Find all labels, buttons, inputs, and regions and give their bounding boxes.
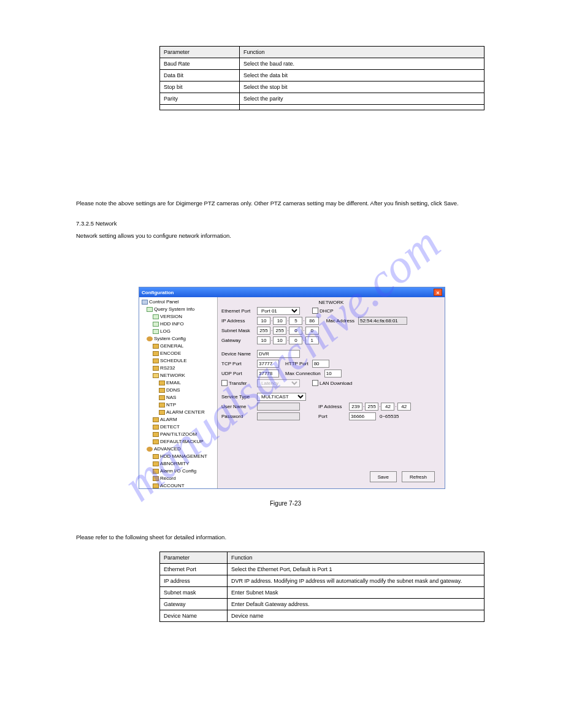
tree-encode[interactable]: ENCODE	[142, 350, 216, 357]
t2-r2c1: IP address	[160, 575, 228, 587]
t2-r1c2: Select the Ethernet Port, Default is Por…	[228, 564, 484, 575]
tree-alarmio[interactable]: Alarm I/O Config	[142, 468, 216, 475]
folder-open-icon	[153, 373, 159, 378]
folder-icon	[153, 344, 159, 349]
t1-r3c2: Select the stop bit	[240, 82, 484, 93]
t1-r2c2: Select the data bit	[240, 70, 484, 82]
right-port-label: Port	[318, 414, 349, 419]
folder-icon	[153, 417, 159, 422]
t2-r4c2: Enter Default Gateway address.	[228, 599, 484, 610]
tree-schedule[interactable]: SCHEDULE	[142, 357, 216, 365]
ip-input[interactable]: . . .	[257, 317, 319, 325]
max-conn-field[interactable]	[324, 370, 342, 377]
tree-log[interactable]: LOG	[142, 328, 216, 335]
port-range-text: 0~65535	[380, 414, 399, 419]
folder-icon	[153, 476, 159, 481]
refresh-button[interactable]: Refresh	[402, 471, 435, 482]
mac-label: Mac Address	[326, 318, 354, 324]
http-port-field[interactable]	[312, 360, 329, 368]
tree-account[interactable]: ACCOUNT	[142, 482, 216, 488]
subnet-input[interactable]: . . .	[257, 327, 319, 335]
note-text: Please note the above settings are for D…	[76, 199, 475, 207]
close-icon[interactable]: ×	[434, 289, 442, 296]
gateway-input[interactable]: . . .	[257, 336, 319, 344]
folder-icon	[153, 483, 159, 488]
tree-ddns[interactable]: DDNS	[142, 387, 216, 394]
tree-network[interactable]: NETWORK	[142, 372, 216, 379]
tree-advanced[interactable]: ADVANCED	[142, 446, 216, 453]
tree-detect[interactable]: DETECT	[142, 423, 216, 431]
doc-icon	[153, 314, 159, 319]
tree-hddinfo[interactable]: HDD INFO	[142, 320, 216, 328]
folder-icon	[153, 432, 159, 437]
network-panel: NETWORK Ethernet Port Port 01 DHCP IP Ad…	[218, 297, 445, 488]
dhcp-checkbox[interactable]	[312, 308, 318, 314]
folder-icon	[153, 454, 159, 459]
tree-ntp[interactable]: NTP	[142, 401, 216, 409]
device-name-field[interactable]	[257, 350, 300, 358]
subnet-label: Subnet Mask	[221, 328, 257, 333]
section-desc: Network setting allows you to configure …	[76, 232, 231, 240]
t1-r1c1: Baud Rate	[160, 58, 240, 70]
tree-default[interactable]: DEFAULT/BACKUP	[142, 438, 216, 446]
folder-icon	[153, 425, 159, 430]
tree-query[interactable]: Query System Info	[142, 306, 216, 313]
http-port-label: HTTP Port	[285, 361, 308, 366]
tree-sysconfig[interactable]: System Config	[142, 335, 216, 343]
tcp-port-field[interactable]	[257, 360, 279, 368]
tree-ptz[interactable]: PAN/TILT/ZOOM	[142, 431, 216, 438]
ethernet-port-select[interactable]: Port 01	[257, 307, 300, 315]
gear-icon	[147, 447, 153, 452]
folder-icon	[147, 307, 153, 312]
panel-icon	[142, 300, 148, 305]
folder-icon	[153, 358, 159, 363]
folder-icon	[153, 366, 159, 371]
udp-port-field[interactable]	[257, 370, 279, 377]
password-label: Password	[221, 414, 257, 419]
config-window: Configuration × Control Panel Query Syst…	[139, 287, 445, 489]
folder-icon	[159, 388, 165, 393]
t1-h2: Function	[240, 47, 484, 58]
t1-r2c1: Data Bit	[160, 70, 240, 82]
lan-download-checkbox[interactable]	[312, 380, 318, 386]
tree-alarmcenter[interactable]: ALARM CENTER	[142, 409, 216, 416]
transfer-label: Transfer	[229, 381, 257, 386]
tree-alarm[interactable]: ALARM	[142, 416, 216, 423]
password-field[interactable]	[257, 412, 300, 420]
service-type-select[interactable]: MULTICAST	[257, 393, 306, 401]
lan-download-label: LAN Download	[320, 381, 352, 386]
tree-abnormity[interactable]: ABNORMITY	[142, 460, 216, 468]
transfer-checkbox[interactable]	[221, 380, 228, 386]
tree-root[interactable]: Control Panel	[142, 298, 216, 306]
folder-icon	[153, 469, 159, 474]
tree-rs232[interactable]: RS232	[142, 365, 216, 372]
tree-record[interactable]: Record	[142, 475, 216, 482]
tree-version[interactable]: VERSION	[142, 313, 216, 320]
folder-icon	[159, 381, 165, 385]
t1-r1c2: Select the baud rate.	[240, 58, 484, 70]
t1-r4c1: Parity	[160, 93, 240, 105]
t2-r4c1: Gateway	[160, 599, 228, 610]
gear-icon	[147, 336, 153, 341]
gateway-label: Gateway	[221, 338, 257, 343]
right-ip-input[interactable]: . . .	[349, 403, 411, 411]
folder-icon	[153, 439, 159, 444]
t2-r3c1: Subnet mask	[160, 587, 228, 599]
save-button[interactable]: Save	[370, 471, 397, 482]
max-conn-label: Max Connection	[285, 371, 321, 376]
right-port-field[interactable]	[349, 412, 376, 420]
service-type-label: Service Type	[221, 394, 257, 400]
tree-email[interactable]: EMAIL	[142, 379, 216, 387]
t2-r2c2: DVR IP address. Modifying IP address wil…	[228, 575, 484, 587]
ethernet-port-label: Ethernet Port	[221, 308, 257, 314]
nav-tree[interactable]: Control Panel Query System Info VERSION …	[139, 297, 218, 488]
tcp-port-label: TCP Port	[221, 361, 257, 366]
folder-icon	[159, 410, 165, 415]
tree-hddmgmt[interactable]: HDD MANAGEMENT	[142, 453, 216, 460]
dhcp-label: DHCP	[320, 308, 334, 314]
t2-h2: Function	[228, 552, 484, 564]
username-field[interactable]	[257, 403, 300, 411]
tree-nas[interactable]: NAS	[142, 394, 216, 401]
figure-label: Figure 7-23	[270, 500, 301, 507]
tree-general[interactable]: GENERAL	[142, 343, 216, 350]
